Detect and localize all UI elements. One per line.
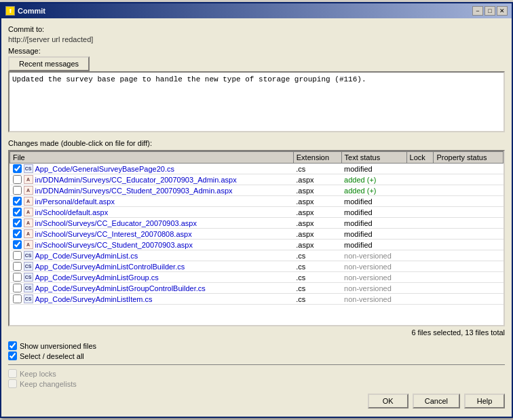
file-path-link[interactable]: App_Code/SurveyAdminListControlBuilder.c… [35, 263, 185, 271]
file-lock [406, 294, 434, 305]
file-extension: .aspx [293, 207, 341, 218]
file-lock [406, 164, 434, 174]
file-checkbox[interactable] [13, 284, 22, 292]
select-deselect-label: Select / deselect all [20, 352, 84, 360]
file-checkbox[interactable] [13, 218, 22, 227]
file-property-status [434, 229, 504, 240]
file-checkbox[interactable] [13, 208, 22, 216]
file-extension: .cs [293, 294, 341, 305]
table-row[interactable]: A in/DDNAdmin/Surveys/CC_Educator_200709… [10, 174, 504, 185]
aspx-file-icon: A [24, 218, 33, 227]
file-lock [406, 229, 434, 240]
keep-locks-checkbox [8, 369, 17, 378]
file-property-status [434, 261, 504, 272]
window-title: Commit [18, 7, 45, 15]
table-row[interactable]: A in/School/Surveys/CC_Student_20070903.… [10, 240, 504, 250]
file-table-wrapper: File Extension Text status Lock Property… [8, 150, 505, 326]
file-extension: .aspx [293, 229, 341, 240]
file-path-link[interactable]: App_Code/GeneralSurveyBasePage20.cs [35, 165, 174, 173]
file-lock [406, 196, 434, 207]
file-property-status [434, 283, 504, 294]
show-unversioned-checkbox[interactable] [8, 341, 17, 350]
file-extension: .cs [293, 250, 341, 261]
file-text-status: modified [341, 218, 406, 229]
keep-changelists-checkbox [8, 379, 17, 388]
table-row[interactable]: A in/School/Surveys/CC_Interest_20070808… [10, 229, 504, 240]
file-path-link[interactable]: in/School/Surveys/CC_Student_20070903.as… [35, 241, 193, 249]
file-text-status: added (+) [341, 174, 406, 185]
file-checkbox[interactable] [13, 164, 22, 173]
show-unversioned-option[interactable]: Show unversioned files [8, 341, 505, 350]
col-extension: Extension [293, 152, 341, 164]
disabled-options-row: Keep locks Keep changelists [8, 369, 505, 388]
commit-to-row: Commit to: http://[server url redacted] [8, 25, 505, 44]
table-row[interactable]: CS App_Code/SurveyAdminListItem.cs .cs n… [10, 294, 504, 305]
cancel-button[interactable]: Cancel [413, 394, 460, 408]
file-checkbox[interactable] [13, 262, 22, 271]
table-row[interactable]: CS App_Code/SurveyAdminListControlBuilde… [10, 261, 504, 272]
file-path-link[interactable]: in/DDNAdmin/Surveys/CC_Educator_20070903… [35, 176, 237, 184]
file-checkbox[interactable] [13, 229, 22, 238]
cs-file-icon: CS [24, 251, 33, 260]
file-property-status [434, 164, 504, 174]
message-textarea[interactable] [8, 71, 505, 132]
close-button[interactable]: ✕ [497, 6, 508, 16]
col-file: File [10, 152, 294, 164]
file-checkbox[interactable] [13, 197, 22, 206]
ok-button[interactable]: OK [368, 394, 408, 408]
file-path-link[interactable]: App_Code/SurveyAdminListGroup.cs [35, 273, 159, 282]
file-checkbox[interactable] [13, 294, 22, 303]
table-row[interactable]: A in/School/Surveys/CC_Educator_20070903… [10, 218, 504, 229]
help-button[interactable]: Help [464, 394, 505, 408]
table-row[interactable]: CS App_Code/SurveyAdminListGroupControlB… [10, 283, 504, 294]
file-property-status [434, 196, 504, 207]
aspx-file-icon: A [24, 240, 33, 249]
file-lock [406, 185, 434, 196]
aspx-file-icon: A [24, 229, 33, 238]
file-lock [406, 272, 434, 283]
file-path-link[interactable]: in/School/Surveys/CC_Educator_20070903.a… [35, 219, 197, 227]
table-row[interactable]: CS App_Code/SurveyAdminListGroup.cs .cs … [10, 272, 504, 283]
recent-messages-button[interactable]: Recent messages [8, 56, 90, 71]
table-row[interactable]: A in/DDNAdmin/Surveys/CC_Student_2007090… [10, 185, 504, 196]
file-path-link[interactable]: App_Code/SurveyAdminListItem.cs [35, 295, 153, 303]
table-row[interactable]: A in/School/default.aspx .aspx modified [10, 207, 504, 218]
file-checkbox[interactable] [13, 175, 22, 184]
keep-locks-label: Keep locks [20, 370, 56, 378]
file-property-status [434, 218, 504, 229]
file-checkbox[interactable] [13, 240, 22, 249]
table-row[interactable]: A in/Personal/default.aspx .aspx modifie… [10, 196, 504, 207]
file-path-link[interactable]: in/School/default.aspx [35, 208, 109, 216]
window-body: Commit to: http://[server url redacted] … [1, 18, 512, 417]
options-row: Show unversioned files Select / deselect… [8, 341, 505, 360]
file-path-link[interactable]: App_Code/SurveyAdminList.cs [35, 252, 138, 260]
file-lock [406, 261, 434, 272]
file-property-status [434, 174, 504, 185]
show-unversioned-label: Show unversioned files [20, 342, 96, 350]
file-property-status [434, 294, 504, 305]
changes-label: Changes made (double-click on file for d… [8, 139, 505, 147]
bottom-buttons: OK Cancel Help [8, 391, 505, 410]
file-path-link[interactable]: in/DDNAdmin/Surveys/CC_Student_20070903_… [35, 187, 233, 195]
file-path-link[interactable]: in/School/Surveys/CC_Interest_20070808.a… [35, 230, 192, 238]
maximize-button[interactable]: □ [484, 6, 495, 16]
minimize-button[interactable]: − [472, 6, 483, 16]
file-extension: .cs [293, 261, 341, 272]
file-table: File Extension Text status Lock Property… [10, 151, 504, 305]
table-row[interactable]: CS App_Code/SurveyAdminList.cs .cs non-v… [10, 250, 504, 261]
file-path-link[interactable]: in/Personal/default.aspx [35, 197, 115, 206]
file-text-status: non-versioned [341, 250, 406, 261]
table-row[interactable]: CS App_Code/GeneralSurveyBasePage20.cs .… [10, 164, 504, 174]
select-deselect-option[interactable]: Select / deselect all [8, 351, 505, 360]
file-extension: .cs [293, 272, 341, 283]
file-checkbox[interactable] [13, 251, 22, 260]
file-checkbox[interactable] [13, 273, 22, 282]
file-checkbox[interactable] [13, 186, 22, 195]
file-text-status: modified [341, 164, 406, 174]
file-path-link[interactable]: App_Code/SurveyAdminListGroupControlBuil… [35, 284, 206, 292]
file-extension: .aspx [293, 185, 341, 196]
file-lock [406, 218, 434, 229]
select-deselect-checkbox[interactable] [8, 351, 17, 360]
commit-window: ⬆ Commit − □ ✕ Commit to: http://[server… [0, 2, 513, 418]
commit-to-url: http://[server url redacted] [8, 35, 505, 44]
